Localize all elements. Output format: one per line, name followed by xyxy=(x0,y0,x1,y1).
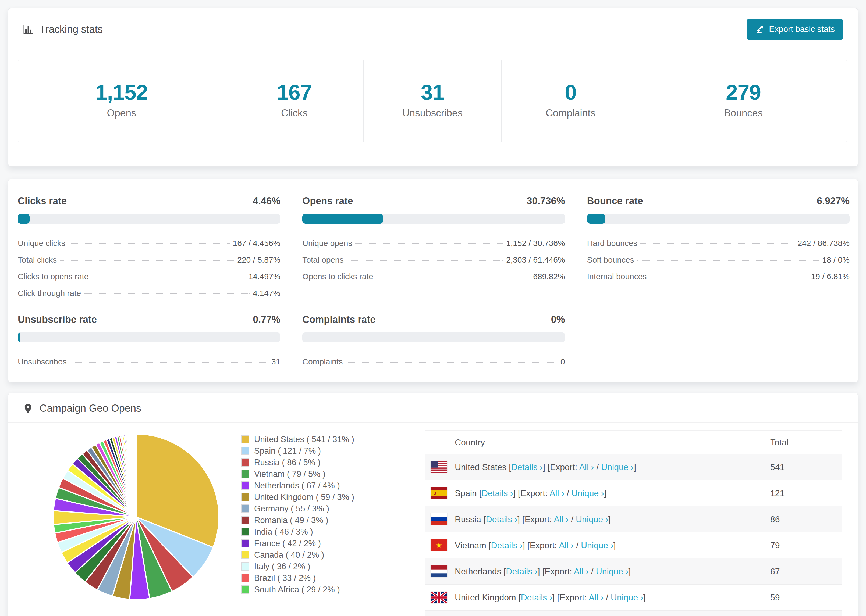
pie-chart-svg xyxy=(50,430,222,602)
legend-swatch xyxy=(241,528,249,536)
dotted-leader xyxy=(650,277,808,277)
rate-row: Opens to clicks rate 689.82% xyxy=(302,268,565,285)
country-total: 121 xyxy=(770,488,842,498)
export-unique-link[interactable]: Unique › xyxy=(581,541,614,550)
legend-swatch xyxy=(241,574,249,582)
legend-swatch xyxy=(241,470,249,478)
bar-chart-icon xyxy=(22,24,34,35)
details-link[interactable]: Details › xyxy=(511,462,543,472)
details-link[interactable]: Details › xyxy=(482,488,513,498)
legend-label: France ( 42 / 2% ) xyxy=(254,539,321,548)
rate-row: Unique clicks 167 / 4.456% xyxy=(18,235,280,251)
legend-item-romania: Romania ( 49 / 3% ) xyxy=(241,514,392,526)
legend-label: Spain ( 121 / 7% ) xyxy=(254,446,321,456)
export-all-link[interactable]: All › xyxy=(579,462,594,472)
stat-value: 31 xyxy=(364,80,502,105)
header-divider xyxy=(14,51,852,51)
summary-stat-opens: 1,152 Opens xyxy=(18,60,225,142)
details-link[interactable]: Details › xyxy=(506,567,537,576)
flag-icon-ru xyxy=(431,513,447,525)
stat-label: Opens xyxy=(18,107,225,119)
legend-swatch xyxy=(241,481,249,490)
dotted-leader xyxy=(347,260,503,261)
legend-label: Netherlands ( 67 / 4% ) xyxy=(254,481,340,490)
legend-swatch xyxy=(241,458,249,467)
export-button-label: Export basic stats xyxy=(769,24,835,34)
column-header-total: Total xyxy=(770,438,842,448)
country-name: Vietnam [ xyxy=(455,541,491,550)
export-all-link[interactable]: All › xyxy=(574,567,589,576)
progress-bar xyxy=(18,332,280,342)
summary-stats-row: 1,152 Opens167 Clicks31 Unsubscribes0 Co… xyxy=(18,60,848,142)
legend-item-india: India ( 46 / 3% ) xyxy=(241,526,392,537)
export-all-link[interactable]: All › xyxy=(589,592,603,602)
export-unique-link[interactable]: Unique › xyxy=(611,592,643,602)
export-all-link[interactable]: All › xyxy=(554,514,568,524)
rate-title: Opens rate xyxy=(302,195,353,207)
legend-swatch xyxy=(241,435,249,443)
legend-item-italy: Italy ( 36 / 2% ) xyxy=(241,561,392,572)
geo-title: Campaign Geo Opens xyxy=(39,402,141,414)
flag-icon-us xyxy=(431,461,447,473)
legend-item-russia: Russia ( 86 / 5% ) xyxy=(241,457,392,468)
rate-row: Total opens 2,303 / 61.446% xyxy=(302,251,565,268)
dotted-leader xyxy=(346,362,557,363)
dotted-leader xyxy=(376,277,530,277)
geo-table-rows: United States [Details ›] [Export: All ›… xyxy=(425,454,842,616)
dotted-leader xyxy=(92,277,245,277)
export-unique-link[interactable]: Unique › xyxy=(601,462,634,472)
dotted-leader xyxy=(638,260,819,261)
legend-item-south-africa: South Africa ( 29 / 2% ) xyxy=(241,584,392,595)
details-link[interactable]: Details › xyxy=(486,514,518,524)
export-icon xyxy=(755,24,765,34)
dotted-leader xyxy=(640,244,794,244)
country-total: 86 xyxy=(770,514,842,524)
geo-table-row-ru: Russia [Details ›] [Export: All › / Uniq… xyxy=(425,506,842,532)
legend-item-france: France ( 42 / 2% ) xyxy=(241,537,392,549)
page-title: Tracking stats xyxy=(39,24,103,35)
column-header-country: Country xyxy=(425,438,770,448)
rate-percentage: 0% xyxy=(551,314,565,325)
progress-bar xyxy=(302,214,565,224)
legend-swatch xyxy=(241,539,249,547)
geo-pie-chart xyxy=(50,430,222,616)
legend-item-vietnam: Vietnam ( 79 / 5% ) xyxy=(241,468,392,480)
dotted-leader xyxy=(84,294,250,294)
flag-icon-es xyxy=(431,487,447,499)
rate-percentage: 0.77% xyxy=(253,314,280,325)
legend-swatch xyxy=(241,562,249,570)
summary-stat-clicks: 167 Clicks xyxy=(225,60,364,142)
rate-row: Internal bounces 19 / 6.81% xyxy=(587,268,850,285)
rate-row: Complaints 0 xyxy=(302,354,565,370)
rate-percentage: 4.46% xyxy=(253,195,280,207)
details-link[interactable]: Details › xyxy=(491,541,523,550)
rate-block-clicks-rate: Clicks rate 4.46% Unique clicks 167 / 4.… xyxy=(18,195,280,302)
export-all-link[interactable]: All › xyxy=(550,488,564,498)
stat-label: Clicks xyxy=(225,107,363,119)
export-unique-link[interactable]: Unique › xyxy=(576,514,608,524)
legend-label: Canada ( 40 / 2% ) xyxy=(254,550,324,560)
rate-row: Clicks to opens rate 14.497% xyxy=(18,268,280,285)
flag-icon-vn xyxy=(431,539,447,551)
summary-stat-complaints: 0 Complaints xyxy=(501,60,640,142)
legend-swatch xyxy=(241,504,249,513)
legend-label: Romania ( 49 / 3% ) xyxy=(254,515,328,525)
legend-item-canada: Canada ( 40 / 2% ) xyxy=(241,549,392,561)
legend-item-netherlands: Netherlands ( 67 / 4% ) xyxy=(241,480,392,491)
rate-title: Bounce rate xyxy=(587,195,643,207)
stat-label: Unsubscribes xyxy=(364,107,502,119)
details-link[interactable]: Details › xyxy=(521,592,552,602)
export-unique-link[interactable]: Unique › xyxy=(596,567,628,576)
flag-icon-gb xyxy=(431,592,447,603)
legend-label: Germany ( 55 / 3% ) xyxy=(254,504,329,514)
legend-label: India ( 46 / 3% ) xyxy=(254,527,313,537)
flag-icon-nl xyxy=(431,566,447,577)
export-unique-link[interactable]: Unique › xyxy=(572,488,604,498)
export-all-link[interactable]: All › xyxy=(559,541,574,550)
geo-legend: United States ( 541 / 31% ) Spain ( 121 … xyxy=(241,430,392,616)
geo-opens-card: Campaign Geo Opens United States ( 541 /… xyxy=(8,393,858,616)
country-total: 79 xyxy=(770,541,842,550)
country-name: Russia [ xyxy=(455,514,486,524)
export-basic-stats-button[interactable]: Export basic stats xyxy=(747,19,843,39)
legend-swatch xyxy=(241,516,249,524)
